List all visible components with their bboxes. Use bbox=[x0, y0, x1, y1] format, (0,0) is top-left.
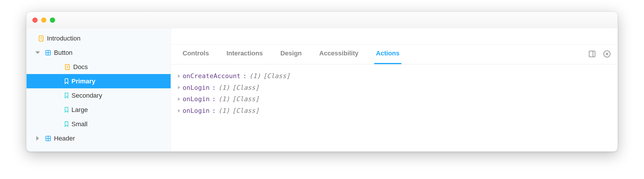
event-detail: [Class] bbox=[232, 93, 259, 105]
expand-caret-icon bbox=[35, 51, 40, 54]
sidebar: Introduction Button Docs Primary bbox=[27, 28, 171, 151]
addons-toolbar: Controls Interactions Design Accessibili… bbox=[171, 28, 617, 64]
actions-log: onCreateAccount: (1) [Class] onLogin: (1… bbox=[171, 64, 617, 122]
event-count: (1) bbox=[218, 105, 230, 117]
event-detail: [Class] bbox=[232, 105, 259, 117]
tab-design[interactable]: Design bbox=[279, 44, 303, 64]
event-name: onCreateAccount bbox=[183, 70, 241, 82]
sidebar-item-label: Primary bbox=[71, 78, 95, 85]
sidebar-item-header[interactable]: Header bbox=[27, 131, 171, 145]
tab-actions[interactable]: Actions bbox=[374, 44, 401, 64]
log-entry[interactable]: onCreateAccount: (1) [Class] bbox=[178, 70, 610, 82]
event-count: (1) bbox=[218, 82, 230, 94]
titlebar bbox=[27, 12, 617, 28]
expand-arrow-icon bbox=[178, 86, 180, 89]
log-entry[interactable]: onLogin: (1) [Class] bbox=[178, 93, 610, 105]
sidebar-item-label: Large bbox=[71, 106, 88, 114]
expand-arrow-icon bbox=[178, 97, 180, 101]
story-icon bbox=[64, 121, 69, 127]
expand-arrow-icon bbox=[178, 74, 180, 78]
collapse-caret-icon bbox=[36, 136, 39, 141]
tab-accessibility[interactable]: Accessibility bbox=[318, 44, 360, 64]
sidebar-item-introduction[interactable]: Introduction bbox=[27, 31, 171, 45]
expand-arrow-icon bbox=[178, 109, 180, 113]
sidebar-item-label: Secondary bbox=[71, 92, 102, 99]
story-icon bbox=[64, 107, 69, 113]
event-detail: [Class] bbox=[263, 70, 290, 82]
sidebar-item-label: Small bbox=[71, 120, 88, 128]
document-icon bbox=[38, 36, 44, 41]
close-panel-icon[interactable] bbox=[603, 50, 610, 57]
story-icon bbox=[64, 93, 69, 99]
sidebar-item-label: Introduction bbox=[47, 35, 80, 42]
tab-label: Interactions bbox=[226, 50, 263, 57]
component-icon bbox=[45, 50, 51, 56]
close-window-button[interactable] bbox=[32, 17, 38, 23]
sidebar-item-label: Button bbox=[54, 49, 73, 57]
sidebar-item-secondary[interactable]: Secondary bbox=[27, 88, 171, 103]
event-name: onLogin bbox=[183, 82, 210, 94]
tab-interactions[interactable]: Interactions bbox=[225, 44, 265, 64]
story-icon bbox=[64, 78, 69, 84]
panel-position-icon[interactable] bbox=[589, 51, 595, 57]
log-entry[interactable]: onLogin: (1) [Class] bbox=[178, 82, 610, 94]
tab-label: Design bbox=[280, 50, 302, 57]
event-count: (1) bbox=[218, 93, 230, 105]
event-name: onLogin bbox=[183, 105, 210, 117]
tab-label: Controls bbox=[183, 50, 209, 57]
minimize-window-button[interactable] bbox=[41, 17, 46, 23]
sidebar-item-docs[interactable]: Docs bbox=[27, 60, 171, 74]
sidebar-item-label: Docs bbox=[73, 63, 88, 71]
sidebar-item-small[interactable]: Small bbox=[27, 117, 171, 131]
event-name: onLogin bbox=[183, 93, 210, 105]
sidebar-item-primary[interactable]: Primary bbox=[27, 74, 171, 88]
app-window: Introduction Button Docs Primary bbox=[26, 12, 618, 152]
tab-label: Actions bbox=[376, 50, 400, 57]
sidebar-item-button[interactable]: Button bbox=[27, 45, 171, 60]
sidebar-item-large[interactable]: Large bbox=[27, 103, 171, 117]
tab-label: Accessibility bbox=[319, 50, 359, 57]
maximize-window-button[interactable] bbox=[50, 17, 55, 23]
sidebar-item-label: Header bbox=[54, 135, 75, 142]
event-detail: [Class] bbox=[232, 82, 259, 94]
event-count: (1) bbox=[249, 70, 261, 82]
tab-controls[interactable]: Controls bbox=[181, 44, 211, 64]
log-entry[interactable]: onLogin: (1) [Class] bbox=[178, 105, 610, 117]
document-icon bbox=[64, 64, 70, 70]
tabs: Controls Interactions Design Accessibili… bbox=[174, 44, 401, 64]
component-icon bbox=[45, 136, 51, 141]
main-panel: Controls Interactions Design Accessibili… bbox=[171, 28, 617, 151]
